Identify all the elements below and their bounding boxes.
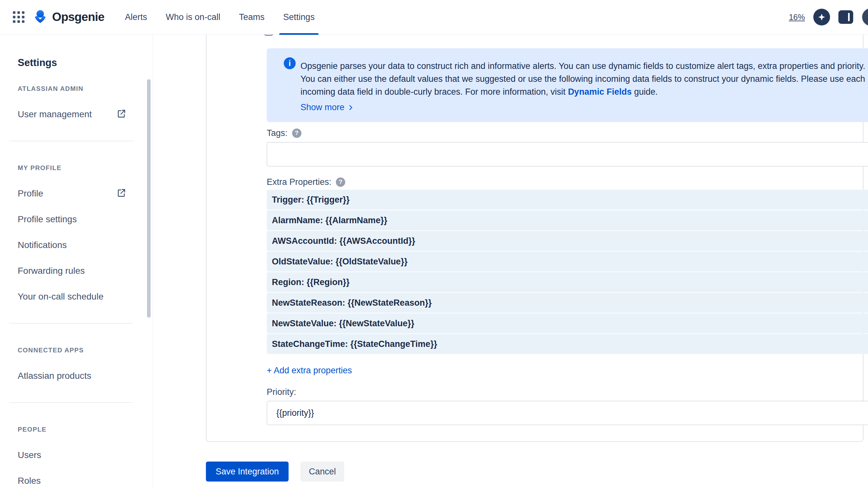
extra-property-row: AlarmName: {{AlarmName}} ✕ [267, 210, 868, 230]
section-people: PEOPLE [18, 426, 46, 433]
sidebar-item-users[interactable]: Users [18, 442, 153, 468]
tags-input[interactable] [267, 142, 868, 167]
extra-property-row: Trigger: {{Trigger}} ✕ [267, 190, 868, 210]
info-icon: i [284, 57, 296, 69]
sidebar-divider [9, 323, 133, 324]
opsgenie-brand[interactable]: Opsgenie [33, 9, 104, 25]
help-icon[interactable]: ? [336, 177, 345, 187]
extra-property-row: AWSAccountId: {{AWSAccountId}} ✕ [267, 231, 868, 251]
sidebar-item-user-management[interactable]: User management [18, 102, 153, 127]
app-switcher-icon[interactable] [13, 11, 25, 23]
sidebar-scrollbar[interactable] [147, 79, 151, 318]
tags-field-label: Tags: ? [267, 126, 302, 140]
info-suffix: guide. [634, 87, 658, 97]
avatar[interactable] [862, 8, 868, 26]
save-integration-button[interactable]: Save Integration [206, 462, 288, 482]
nav-settings[interactable]: Settings [282, 0, 316, 34]
sidebar-item-forwarding-rules[interactable]: Forwarding rules [18, 258, 153, 284]
nav-who-is-on-call[interactable]: Who is on-call [164, 0, 222, 34]
sidebar-divider [9, 141, 133, 141]
top-navigation-bar: Opsgenie Alerts Who is on-call Teams Set… [0, 0, 868, 34]
sidebar-item-roles[interactable]: Roles [18, 468, 153, 487]
extra-property-row: Region: {{Region}} ✕ [267, 272, 868, 292]
show-more-link[interactable]: Show more [301, 103, 354, 112]
integration-form-panel: i Opsgenie parses your data to construct… [206, 28, 864, 442]
section-connected-apps: CONNECTED APPS [18, 347, 84, 354]
quickstart-compass-icon[interactable] [813, 9, 830, 25]
info-banner-text: Opsgenie parses your data to construct r… [301, 60, 868, 98]
cancel-button[interactable]: Cancel [301, 462, 344, 482]
opsgenie-logo-icon [33, 9, 48, 25]
add-extra-properties-link[interactable]: + Add extra properties [267, 364, 352, 377]
nav-alerts[interactable]: Alerts [124, 0, 148, 34]
trial-progress-link[interactable]: 16% [789, 12, 805, 22]
topbar-right-actions: 16% [789, 8, 868, 26]
chevron-right-icon [347, 104, 354, 111]
integration-settings-content: i Opsgenie parses your data to construct… [153, 34, 868, 487]
extra-properties-list: Trigger: {{Trigger}} ✕ AlarmName: {{Alar… [267, 190, 868, 354]
brand-name: Opsgenie [52, 10, 104, 24]
sidebar-item-profile[interactable]: Profile [18, 181, 153, 206]
sidebar-divider [9, 402, 133, 403]
settings-sidebar: Settings ATLASSIAN ADMIN User management… [0, 34, 153, 487]
section-my-profile: MY PROFILE [18, 164, 61, 172]
nav-teams[interactable]: Teams [238, 0, 266, 34]
sidebar-item-notifications[interactable]: Notifications [18, 232, 153, 258]
external-link-icon [116, 109, 126, 120]
external-link-icon [116, 188, 126, 199]
priority-field-label: Priority: [267, 385, 296, 398]
priority-select[interactable]: {{priority}} [267, 401, 868, 425]
extra-property-row: OldStateValue: {{OldStateValue}} ✕ [267, 252, 868, 271]
sidebar-title: Settings [18, 57, 57, 68]
extra-property-row: NewStateValue: {{NewStateValue}} ✕ [267, 313, 868, 333]
help-icon[interactable]: ? [292, 128, 302, 138]
extra-property-row: StateChangeTime: {{StateChangeTime}} ✕ [267, 334, 868, 354]
extra-property-row: NewStateReason: {{NewStateReason}} ✕ [267, 293, 868, 313]
extra-properties-label: Extra Properties: ? [267, 175, 345, 189]
side-panel-icon[interactable] [838, 10, 853, 24]
sidebar-item-your-on-call-schedule[interactable]: Your on-call schedule [18, 284, 153, 310]
primary-nav: Alerts Who is on-call Teams Settings [124, 0, 332, 34]
section-atlassian-admin: ATLASSIAN ADMIN [18, 85, 83, 92]
sidebar-item-atlassian-products[interactable]: Atlassian products [18, 363, 153, 389]
sidebar-item-profile-settings[interactable]: Profile settings [18, 206, 153, 232]
dynamic-fields-link[interactable]: Dynamic Fields [568, 87, 631, 97]
info-banner: i Opsgenie parses your data to construct… [267, 48, 868, 122]
